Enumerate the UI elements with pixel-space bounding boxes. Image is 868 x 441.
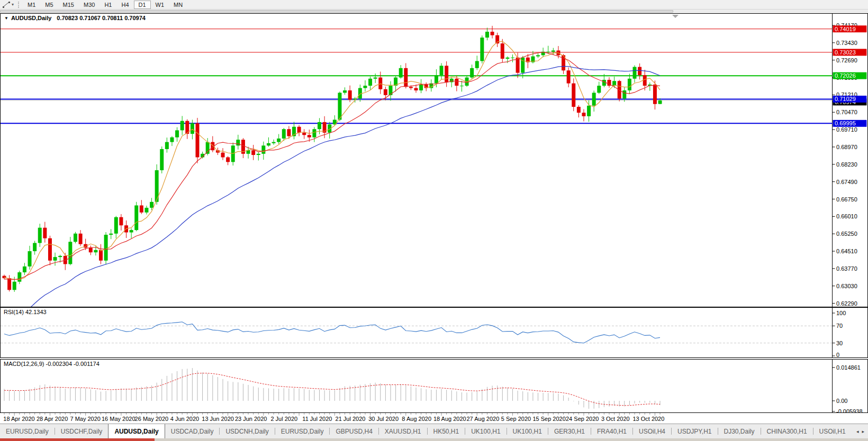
svg-text:0.67490: 0.67490 [836, 179, 857, 185]
svg-text:27 Aug 2020: 27 Aug 2020 [467, 416, 500, 422]
timeframe-button-mn[interactable]: MN [169, 1, 187, 9]
svg-text:4 Jun 2020: 4 Jun 2020 [170, 416, 199, 422]
timeframe-button-h4[interactable]: H4 [116, 1, 133, 9]
status-strip-accent [0, 438, 155, 441]
svg-text:0.72690: 0.72690 [836, 57, 857, 63]
tab-scroll-arrows: ◂ ▸ [854, 424, 866, 438]
svg-text:30 Jul 2020: 30 Jul 2020 [368, 416, 399, 422]
tab-usoil-h1[interactable]: USOil,H1 [813, 424, 852, 438]
tab-scroll-right-icon[interactable]: ▸ [862, 429, 864, 434]
hline-price-chip: 0.71029 [833, 96, 867, 103]
status-strip [0, 438, 868, 441]
timeframe-button-m5[interactable]: M5 [40, 1, 58, 9]
tab-ger30-h1[interactable]: GER30,H1 [548, 424, 591, 438]
svg-text:0.73430: 0.73430 [836, 40, 857, 46]
timeframe-button-m1[interactable]: M1 [23, 1, 40, 9]
svg-text:100: 100 [836, 310, 846, 316]
svg-text:13 Jun 2020: 13 Jun 2020 [202, 416, 234, 422]
svg-text:26 May 2020: 26 May 2020 [135, 416, 169, 422]
svg-text:3 Oct 2020: 3 Oct 2020 [601, 416, 630, 422]
chart-tab-bar: EURUSD,DailyUSDCHF,DailyAUDUSD,DailyUSDC… [0, 424, 868, 438]
tab-uk100-h1[interactable]: UK100,H1 [507, 424, 548, 438]
svg-text:0.73023: 0.73023 [835, 49, 856, 56]
timeframe-button-m30[interactable]: M30 [79, 1, 100, 9]
svg-text:30: 30 [836, 340, 843, 346]
chart-scrollbar-thumb[interactable] [0, 10, 673, 13]
tab-usoil-h4[interactable]: USOil,H4 [633, 424, 671, 438]
tab-eurusd-daily[interactable]: EURUSD,Daily [0, 424, 55, 438]
timeframe-buttons: M1M5M15M30H1H4D1W1MN [23, 1, 187, 9]
svg-text:0.64510: 0.64510 [836, 248, 857, 254]
svg-text:11 Jul 2020: 11 Jul 2020 [302, 416, 332, 422]
line-studies-icon [2, 1, 11, 8]
svg-text:0.62290: 0.62290 [836, 300, 857, 307]
timeframe-button-w1[interactable]: W1 [151, 1, 169, 9]
svg-text:0.00: 0.00 [836, 398, 847, 404]
tab-eurusd-daily[interactable]: EURUSD,Daily [275, 424, 330, 438]
macd-indicator-panel[interactable]: 0.0148610.00-0.005938 [0, 359, 868, 413]
svg-text:13 Oct 2020: 13 Oct 2020 [632, 416, 664, 422]
svg-text:0.72026: 0.72026 [835, 72, 856, 79]
svg-text:0.69995: 0.69995 [835, 120, 856, 126]
tab-scroll-left-icon[interactable]: ◂ [856, 429, 859, 434]
timeframe-toolbar: ▾ M1M5M15M30H1H4D1W1MN [0, 0, 868, 10]
svg-text:18 Apr 2020: 18 Apr 2020 [3, 416, 34, 422]
svg-text:2 Jul 2020: 2 Jul 2020 [270, 416, 297, 422]
svg-text:70: 70 [836, 323, 843, 329]
tab-gbpusd-h4[interactable]: GBPUSD,H4 [330, 424, 378, 438]
chart-symbol: AUDUSD,Daily [11, 15, 51, 21]
tab-usdcad-daily[interactable]: USDCAD,Daily [165, 424, 220, 438]
svg-text:7 May 2020: 7 May 2020 [70, 416, 100, 422]
svg-text:16 May 2020: 16 May 2020 [102, 416, 135, 422]
svg-text:0.68230: 0.68230 [836, 161, 857, 168]
tab-audusd-daily[interactable]: AUDUSD,Daily [108, 424, 165, 438]
timeframe-button-d1[interactable]: D1 [134, 1, 151, 9]
timeframe-button-m15[interactable]: M15 [58, 1, 79, 9]
svg-text:15 Sep 2020: 15 Sep 2020 [532, 416, 565, 422]
svg-text:0.74019: 0.74019 [835, 26, 856, 32]
chart-title: ▼AUDUSD,Daily0.70823 0.71067 0.70811 0.7… [4, 15, 146, 21]
svg-text:23 Jun 2020: 23 Jun 2020 [235, 416, 267, 422]
tool-dropdown-icon[interactable]: ▾ [12, 2, 14, 7]
svg-text:-0.005938: -0.005938 [836, 408, 863, 413]
main-price-chart[interactable]: 0.741700.734300.726900.719500.712100.704… [0, 13, 868, 307]
macd-label: MACD(12,26,9) -0.002304 -0.001174 [4, 361, 100, 367]
svg-text:8 Aug 2020: 8 Aug 2020 [402, 416, 431, 422]
hline-price-chip: 0.74019 [833, 25, 867, 32]
tab-xauusd-h1[interactable]: XAUUSD,H1 [379, 424, 427, 438]
chart-scrollbar[interactable] [0, 10, 868, 13]
line-studies-tool[interactable]: ▾ [0, 1, 16, 8]
date-axis[interactable]: 18 Apr 202028 Apr 20207 May 202016 May 2… [0, 413, 868, 424]
chart-ohlc: 0.70823 0.71067 0.70811 0.70974 [57, 15, 146, 21]
svg-text:0.68970: 0.68970 [836, 144, 857, 150]
toolbar-drag-handle[interactable] [18, 2, 20, 8]
svg-text:0.63770: 0.63770 [836, 265, 857, 272]
svg-text:0.71029: 0.71029 [835, 96, 856, 102]
svg-text:5 Sep 2020: 5 Sep 2020 [501, 416, 531, 422]
svg-text:21 Jul 2020: 21 Jul 2020 [336, 416, 366, 422]
svg-text:0.63030: 0.63030 [836, 283, 857, 289]
tab-usdchf-daily[interactable]: USDCHF,Daily [55, 424, 108, 438]
hline-price-chip: 0.73023 [833, 49, 867, 56]
date-labels: 18 Apr 202028 Apr 20207 May 202016 May 2… [3, 416, 664, 422]
tab-fra40-h1[interactable]: FRA40,H1 [591, 424, 632, 438]
tab-china300-h1[interactable]: CHINA300,H1 [761, 424, 813, 438]
collapse-icon[interactable]: ▼ [4, 16, 8, 21]
svg-text:0.66010: 0.66010 [836, 213, 857, 219]
svg-text:0: 0 [836, 352, 839, 358]
hline-price-chip: 0.72026 [833, 72, 867, 79]
tab-hk50-h1[interactable]: HK50,H1 [428, 424, 465, 438]
tab-usdcnh-daily[interactable]: USDCNH,Daily [220, 424, 274, 438]
tab-usdjpy-h1[interactable]: USDJPY,H1 [672, 424, 717, 438]
svg-text:0.70470: 0.70470 [836, 109, 857, 115]
mt4-window: ▾ M1M5M15M30H1H4D1W1MN 0.741700.734300.7… [0, 0, 868, 441]
svg-text:0.66750: 0.66750 [836, 196, 857, 203]
svg-text:0.014861: 0.014861 [836, 364, 861, 371]
timeframe-button-h1[interactable]: H1 [100, 1, 116, 9]
svg-text:18 Aug 2020: 18 Aug 2020 [433, 416, 466, 422]
svg-text:0.69710: 0.69710 [836, 126, 857, 133]
rsi-indicator-panel[interactable]: 10070300 [0, 307, 868, 358]
svg-text:24 Sep 2020: 24 Sep 2020 [566, 416, 599, 422]
tab-dj30-daily[interactable]: DJ30,Daily [718, 424, 761, 438]
tab-uk100-h1[interactable]: UK100,H1 [465, 424, 506, 438]
